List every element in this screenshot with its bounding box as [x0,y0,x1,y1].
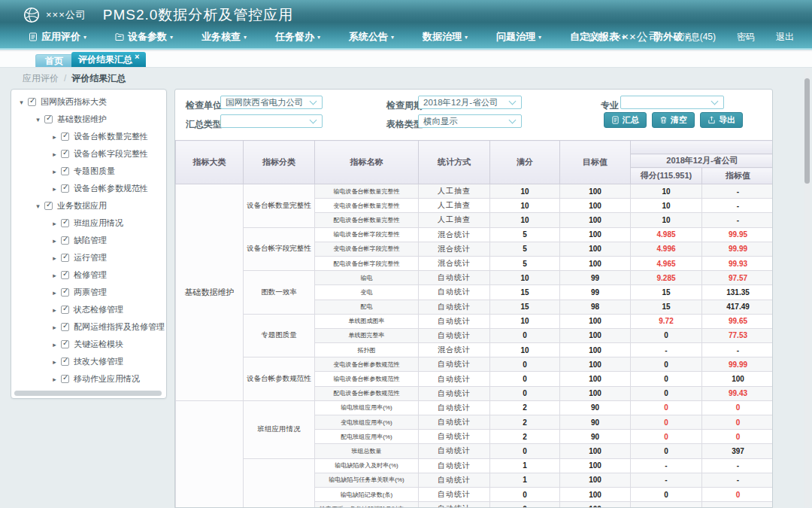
tree-item[interactable]: ▾国网陕西指标大类 [11,93,166,111]
major-select[interactable] [620,96,724,109]
caret-icon[interactable]: ▸ [50,168,59,175]
indicator-name-cell: 班组总数量 [315,444,419,458]
checkbox[interactable] [61,254,69,262]
nav-item-label: 系统公告 [349,30,388,44]
check-period-select[interactable]: 2018年12月-省公司 [418,96,522,109]
score-cell: 0 [631,444,702,458]
caret-icon[interactable]: ▸ [50,341,59,348]
indicator-value-cell: 97.57 [702,271,774,285]
nav-item-设备参数[interactable]: 设备参数▾ [115,30,173,44]
full-score-cell: 15 [490,285,560,300]
tree-item[interactable]: ▸关键运检模块 [11,336,166,353]
target-value-cell: 100 [560,256,631,270]
stat-method-cell: 自动统计 [419,444,490,458]
checkbox[interactable] [61,288,69,297]
sidebar-scrollbar[interactable] [14,391,162,396]
caret-icon[interactable]: ▾ [34,116,42,123]
checkbox[interactable] [61,271,69,279]
caret-icon[interactable]: ▸ [50,272,59,279]
tree-item[interactable]: ▸移动作业应用情况 [11,370,166,388]
caret-icon[interactable]: ▾ [34,202,42,210]
caret-icon[interactable]: ▸ [50,220,59,227]
caret-icon[interactable]: ▸ [50,133,59,141]
nav-item-问题治理[interactable]: 问题治理▾ [496,30,541,44]
tree-item-label: 缺陷管理 [74,235,107,246]
nav-item-数据治理[interactable]: 数据治理▾ [423,30,468,44]
checkbox[interactable] [61,150,69,158]
tree-item[interactable]: ▸检修管理 [11,266,166,284]
logout-link[interactable]: 退出 [776,31,794,44]
tree-item[interactable]: ▸班组应用情况 [11,214,166,232]
caret-icon[interactable]: ▸ [50,289,59,297]
score-cell: 10 [631,213,702,227]
checkbox[interactable] [44,202,53,210]
nav-item-应用评价[interactable]: 应用评价▾ [29,30,86,44]
nav-item-系统公告[interactable]: 系统公告▾ [349,30,394,44]
checkbox[interactable] [61,236,69,245]
checkbox[interactable] [61,219,69,227]
caret-icon[interactable]: ▸ [50,254,59,262]
tree-item[interactable]: ▸设备台帐数量完整性 [11,128,166,145]
checkbox[interactable] [44,115,53,123]
caret-icon[interactable]: ▾ [17,99,26,106]
nav-item-任务督办[interactable]: 任务督办▾ [275,30,320,44]
breadcrumb-section[interactable]: 应用评价 [23,73,59,84]
tree-item[interactable]: ▸两票管理 [11,284,166,301]
results-table: 指标大类 指标分类 指标名称 统计方式 满分 目标值 2018年12月-省公司 … [175,140,773,508]
tree-item[interactable]: ▾基础数据维护 [11,111,166,128]
subcategory-cell: 班组应用情况 [244,400,315,458]
checkbox[interactable] [61,306,69,314]
tree-item[interactable]: ▸配网运维指挥及抢修管理 [11,318,166,336]
filter-buttons: 汇总 清空 导出 [604,112,748,128]
tree-item[interactable]: ▸专题图质量 [11,163,166,180]
chevron-down-icon [310,98,317,105]
col-header-method: 统计方式 [419,141,490,184]
password-link[interactable]: 密码 [737,31,755,44]
caret-icon[interactable]: ▸ [50,237,59,245]
tree-item[interactable]: ▸技改大修管理 [11,353,166,370]
tree-item[interactable]: ▸设备台帐参数规范性 [11,180,166,197]
nav-item-业务核查[interactable]: 业务核查▾ [201,30,247,44]
checkbox[interactable] [61,184,69,193]
caret-icon[interactable]: ▸ [50,358,59,366]
indicator-value-cell: - [702,199,774,213]
check-unit-value: 国网陕西省电力公司 [226,97,308,108]
caret-icon[interactable]: ▸ [50,151,59,158]
checkbox[interactable] [28,98,36,106]
checkbox[interactable] [61,132,69,141]
subcategory-cell: 图数一致率 [244,271,315,315]
tab-evaluation-summary[interactable]: 评价结果汇总 × [71,52,146,67]
checkbox[interactable] [61,357,69,366]
stat-method-cell: 混合统计 [419,242,490,256]
export-button[interactable]: 导出 [700,112,743,128]
messages-link[interactable]: 消息(45) [682,31,716,44]
stat-method-cell: 自动统计 [419,473,490,487]
page-scrollbar[interactable] [804,78,810,184]
summary-button[interactable]: 汇总 [604,112,647,128]
tree-item[interactable]: ▾业务数据应用 [11,197,166,214]
check-unit-select[interactable]: 国网陕西省电力公司 [220,96,323,109]
tree-item[interactable]: ▸运行管理 [11,249,166,266]
full-score-cell: 0 [490,372,560,386]
tree-item[interactable]: ▸缺陷管理 [11,232,166,249]
caret-icon[interactable]: ▸ [50,306,59,314]
table-type-select[interactable]: 横向显示 [418,114,522,128]
summary-type-select[interactable] [220,114,323,128]
close-icon[interactable]: × [135,52,139,61]
caret-icon[interactable]: ▸ [50,376,59,383]
checkbox[interactable] [61,167,69,175]
results-table-head: 指标大类 指标分类 指标名称 统计方式 满分 目标值 2018年12月-省公司 … [176,141,774,184]
indicator-name-cell: 配电设备台帐参数规范性 [315,386,419,400]
checkbox[interactable] [61,340,69,348]
category-cell: 基础数据维护 [176,184,244,401]
checkbox[interactable] [61,375,69,383]
tab-home[interactable]: 首页 [35,54,73,67]
checkbox[interactable] [61,323,69,331]
score-cell: 10 [631,184,702,199]
full-score-cell: 0 [490,444,560,458]
caret-icon[interactable]: ▸ [50,324,59,331]
caret-icon[interactable]: ▸ [50,185,59,193]
clear-button[interactable]: 清空 [652,112,695,128]
tree-item[interactable]: ▸设备台帐字段完整性 [11,145,166,163]
tree-item[interactable]: ▸状态检修管理 [11,301,166,318]
